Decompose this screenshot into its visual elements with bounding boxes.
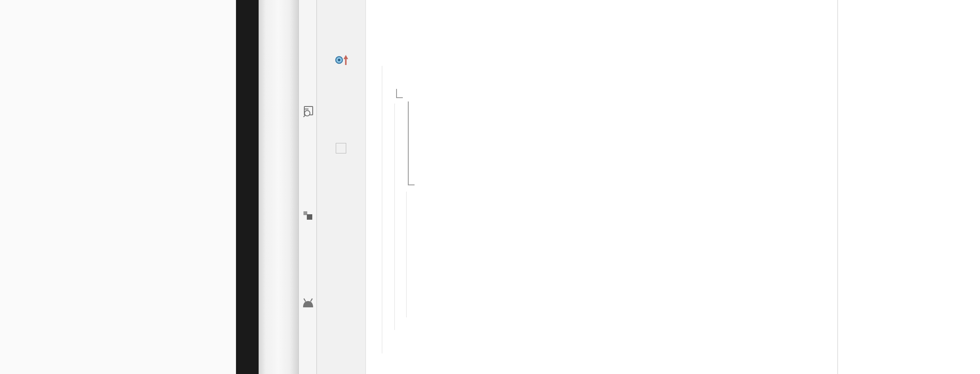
color-preview-swatch[interactable] [336, 143, 346, 153]
fold-gutter [0, 0, 980, 374]
android-studio-window [0, 0, 980, 374]
override-method-icon[interactable] [334, 54, 351, 68]
